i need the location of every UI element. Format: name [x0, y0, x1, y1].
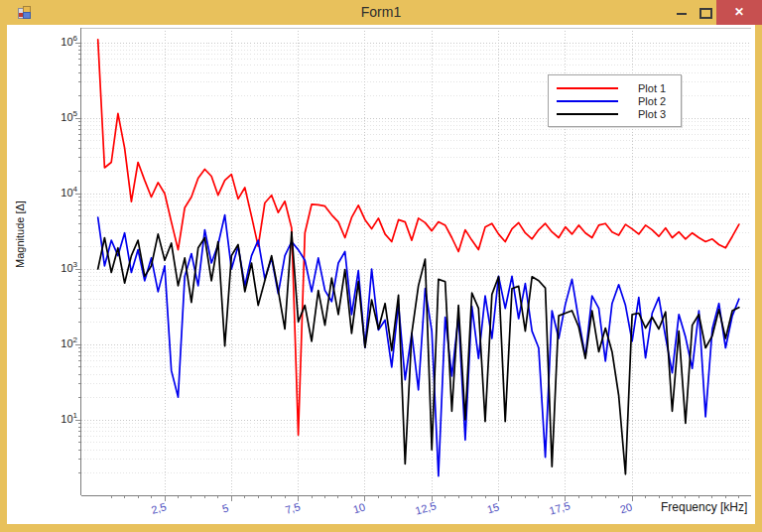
y-tick-label: 103: [40, 260, 77, 274]
legend-line-swatch: [557, 100, 618, 102]
legend-entry: Plot 3: [549, 108, 681, 120]
y-tick-label: 106: [40, 34, 77, 48]
legend-line-swatch: [557, 87, 618, 89]
y-tick-label: 105: [40, 109, 77, 123]
legend-entry: Plot 2: [549, 95, 681, 107]
y-tick-label: 102: [40, 335, 77, 349]
form-window: Form1 ✕ 106105104103102101 2,557,51012,5…: [0, 0, 762, 532]
y-tick-label: 101: [40, 411, 77, 425]
legend-label: Plot 2: [638, 95, 666, 107]
legend: Plot 1Plot 2Plot 3: [548, 74, 682, 127]
legend-label: Plot 3: [638, 108, 666, 120]
y-tick-label: 104: [40, 185, 77, 199]
x-axis-title: Frequency [kHz]: [661, 500, 747, 514]
legend-line-swatch: [557, 113, 618, 115]
legend-label: Plot 1: [638, 82, 666, 94]
y-axis-title: Magnitude [Δ]: [14, 200, 26, 268]
legend-entry: Plot 1: [549, 82, 681, 94]
